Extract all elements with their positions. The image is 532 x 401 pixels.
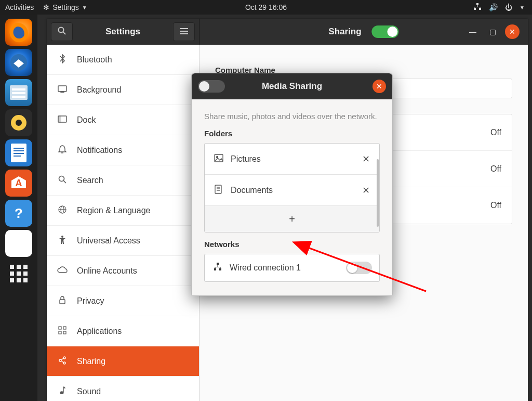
sidebar-item-notifications[interactable]: Notifications — [47, 135, 199, 165]
sidebar-item-background[interactable]: Background — [47, 75, 199, 105]
svg-point-44 — [63, 362, 65, 364]
sidebar-item-label: Search — [77, 176, 103, 185]
close-icon: ✕ — [376, 82, 382, 90]
launcher-thunderbird[interactable] — [5, 49, 32, 76]
svg-rect-41 — [63, 331, 66, 334]
applications-icon — [57, 326, 68, 337]
sharing-master-toggle[interactable] — [372, 25, 399, 38]
launcher-files[interactable] — [5, 79, 32, 106]
window-close-button[interactable]: ✕ — [505, 24, 520, 39]
add-folder-button[interactable]: + — [205, 206, 379, 232]
launcher-help[interactable]: ? — [5, 200, 32, 227]
folders-heading: Folders — [204, 129, 380, 138]
svg-line-45 — [61, 358, 63, 360]
svg-line-46 — [61, 361, 63, 363]
launcher-libreoffice-writer[interactable] — [5, 139, 32, 166]
hamburger-button[interactable] — [173, 22, 195, 41]
plus-icon: + — [289, 213, 295, 225]
background-icon — [57, 85, 68, 95]
networks-heading: Networks — [204, 240, 380, 249]
sidebar-item-label: Notifications — [77, 146, 122, 155]
status-badge: Off — [490, 164, 501, 174]
folder-row-documents[interactable]: Documents ✕ — [205, 175, 379, 206]
cloud-icon — [57, 266, 68, 276]
sidebar-item-search[interactable]: Search — [47, 165, 199, 196]
sidebar-item-universal-access[interactable]: Universal Access — [47, 226, 199, 256]
activities-button[interactable]: Activities — [5, 3, 34, 11]
svg-rect-54 — [217, 263, 219, 265]
svg-rect-11 — [12, 92, 25, 94]
sidebar-item-label: Bluetooth — [77, 55, 112, 64]
wired-network-icon — [213, 263, 222, 273]
system-menu-chevron-icon[interactable]: ▼ — [520, 5, 525, 10]
svg-rect-40 — [59, 331, 61, 334]
svg-rect-48 — [215, 154, 223, 162]
launcher-show-apps[interactable] — [5, 260, 32, 287]
search-icon — [58, 27, 66, 37]
svg-rect-5 — [475, 7, 475, 8]
remove-folder-button[interactable]: ✕ — [362, 185, 370, 196]
sidebar-item-label: Dock — [77, 115, 96, 125]
svg-rect-6 — [480, 7, 481, 8]
media-sharing-dialog: Media Sharing ✕ Share music, photos and … — [191, 73, 393, 296]
bluetooth-icon — [57, 54, 68, 66]
media-sharing-toggle[interactable] — [198, 80, 225, 93]
svg-point-36 — [61, 236, 63, 238]
svg-point-47 — [60, 392, 63, 394]
dialog-description: Share music, photos and videos over the … — [204, 111, 380, 122]
window-minimize-button[interactable]: — — [466, 24, 480, 39]
power-icon[interactable]: ⏻ — [505, 3, 512, 11]
svg-rect-60 — [220, 267, 221, 268]
sidebar-item-sound[interactable]: Sound — [47, 377, 199, 401]
page-title: Sharing — [328, 27, 361, 37]
folder-row-pictures[interactable]: Pictures ✕ — [205, 144, 379, 175]
sidebar-item-privacy[interactable]: Privacy — [47, 286, 199, 316]
svg-rect-12 — [12, 96, 25, 98]
sidebar-item-dock[interactable]: Dock — [47, 105, 199, 135]
picture-icon — [214, 154, 223, 164]
svg-rect-55 — [214, 268, 216, 270]
volume-icon[interactable]: 🔊 — [489, 3, 498, 11]
svg-rect-10 — [12, 88, 25, 90]
sidebar-item-online-accounts[interactable]: Online Accounts — [47, 256, 199, 286]
svg-rect-58 — [215, 267, 221, 267]
svg-rect-39 — [63, 327, 66, 329]
accessibility-icon — [57, 235, 68, 247]
search-button[interactable] — [51, 22, 73, 41]
top-panel: Activities ✻ Settings ▼ Oct 29 16:06 🔊 ⏻… — [0, 0, 532, 15]
network-icon[interactable] — [473, 3, 482, 12]
bell-icon — [57, 145, 68, 156]
svg-rect-18 — [14, 153, 24, 154]
launcher-rhythmbox[interactable] — [5, 109, 32, 136]
svg-rect-59 — [215, 267, 216, 268]
svg-line-32 — [64, 180, 66, 183]
launcher-amazon[interactable]: a — [5, 230, 32, 257]
svg-rect-0 — [476, 3, 478, 5]
sidebar-item-applications[interactable]: Applications — [47, 316, 199, 346]
dialog-close-button[interactable]: ✕ — [373, 80, 386, 93]
svg-rect-26 — [58, 86, 66, 92]
network-toggle[interactable] — [346, 262, 372, 274]
svg-rect-37 — [60, 300, 65, 304]
sidebar-item-bluetooth[interactable]: Bluetooth — [47, 45, 199, 75]
launcher-ubuntu-software[interactable]: A — [5, 170, 32, 197]
gear-icon: ✻ — [43, 3, 49, 11]
remove-folder-button[interactable]: ✕ — [362, 153, 370, 165]
top-panel-app-menu[interactable]: ✻ Settings ▼ — [43, 3, 87, 11]
svg-rect-24 — [180, 31, 188, 32]
clock[interactable]: Oct 29 16:06 — [245, 3, 287, 11]
svg-rect-38 — [59, 327, 61, 329]
dock-icon — [57, 115, 68, 125]
svg-rect-23 — [180, 28, 188, 29]
window-maximize-button[interactable]: ▢ — [485, 24, 500, 39]
sidebar-item-label: Applications — [77, 327, 122, 336]
svg-point-21 — [59, 28, 64, 33]
sound-icon — [57, 386, 68, 397]
network-row[interactable]: Wired connection 1 — [204, 254, 380, 282]
sidebar-item-region-language[interactable]: Region & Language — [47, 196, 199, 226]
sidebar-item-label: Universal Access — [77, 236, 140, 245]
svg-line-22 — [63, 32, 66, 35]
sidebar-item-sharing[interactable]: Sharing — [47, 346, 199, 377]
launcher-firefox[interactable] — [5, 19, 32, 46]
settings-sidebar: Bluetooth Background Dock Notifications — [47, 45, 200, 401]
